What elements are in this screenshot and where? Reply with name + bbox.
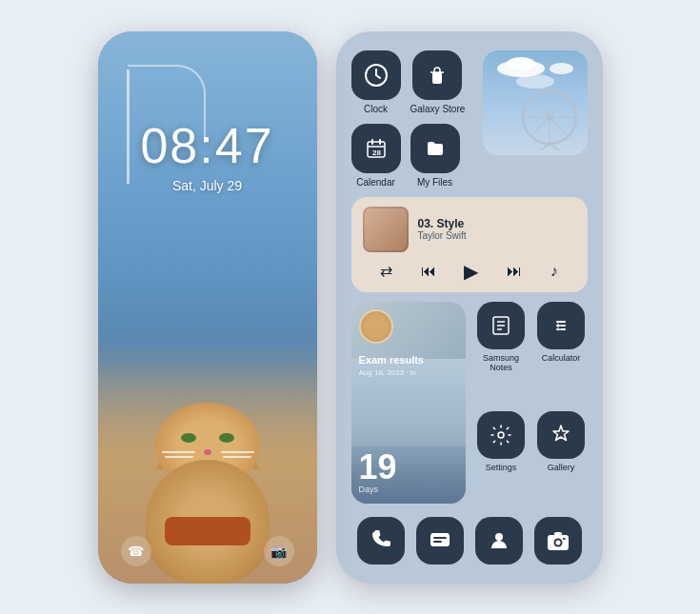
whisker-right-1 (221, 451, 254, 453)
music-controls: ⇄ ⏮ ▶ ⏭ ♪ (363, 260, 576, 283)
app-my-files[interactable]: My Files (410, 124, 460, 188)
next-button[interactable]: ⏭ (507, 263, 522, 280)
bottom-widgets: Exam results Aug 18, 2023 · in 19 Days (351, 302, 588, 504)
galaxy-store-label: Galaxy Store (410, 104, 466, 114)
second-app-row: 28 Calendar My Files (351, 124, 466, 188)
lockscreen-camera-icon[interactable]: 📷 (264, 536, 294, 566)
time-display: 08:47 Sat, July 29 (98, 117, 317, 193)
top-app-row: Clock Galaxy Store (351, 50, 466, 114)
app-settings[interactable]: Settings (475, 411, 528, 504)
svg-point-30 (495, 533, 503, 541)
calendar-label: Calendar (356, 177, 395, 188)
clock-date: Sat, July 29 (98, 178, 317, 193)
svg-rect-28 (433, 537, 447, 539)
lockscreen-bottom-icons: ☎ 📷 (98, 536, 317, 566)
side-apps-grid: Samsung Notes Calculator (475, 302, 588, 504)
right-phone: Clock Galaxy Store (336, 31, 603, 584)
music-widget: 03. Style Taylor Swift ⇄ ⏮ ▶ ⏭ ♪ (351, 197, 588, 292)
app-gallery[interactable]: Gallery (535, 411, 588, 504)
samsung-notes-label: Samsung Notes (475, 353, 528, 372)
app-calculator[interactable]: Calculator (535, 302, 588, 404)
dock-contacts[interactable] (475, 517, 523, 564)
lyrics-button[interactable]: ♪ (550, 263, 558, 280)
svg-point-26 (498, 432, 504, 438)
whisker-left-2 (165, 456, 193, 458)
sky-widget (483, 50, 588, 155)
exam-title: Exam results (359, 354, 424, 366)
my-files-label: My Files (417, 177, 452, 188)
bottom-dock (351, 517, 588, 564)
svg-rect-35 (563, 538, 566, 540)
music-info: 03. Style Taylor Swift (418, 217, 467, 241)
exam-date: Aug 18, 2023 · in (359, 368, 417, 377)
left-phone: 08:47 Sat, July 29 ☎ 📷 (98, 31, 317, 584)
svg-rect-34 (554, 532, 562, 536)
svg-rect-29 (433, 541, 442, 543)
app-samsung-notes[interactable]: Samsung Notes (475, 302, 528, 404)
svg-rect-27 (430, 533, 450, 546)
app-calendar[interactable]: 28 Calendar (351, 124, 401, 188)
artist-name: Taylor Swift (418, 230, 467, 241)
gallery-label: Gallery (548, 463, 575, 472)
cat-eye-left (181, 433, 196, 443)
settings-icon (477, 411, 525, 459)
svg-text:28: 28 (372, 149, 381, 157)
galaxy-store-icon (412, 50, 462, 100)
play-button[interactable]: ▶ (464, 260, 478, 283)
lockscreen-left-icon[interactable]: ☎ (121, 536, 151, 566)
calendar-icon: 28 (351, 124, 401, 173)
exam-widget: Exam results Aug 18, 2023 · in 19 Days (351, 302, 466, 504)
settings-label: Settings (486, 463, 517, 472)
app-galaxy-store[interactable]: Galaxy Store (410, 50, 466, 114)
cat-eye-right (219, 433, 234, 443)
app-clock[interactable]: Clock (351, 50, 401, 114)
svg-point-13 (546, 113, 553, 121)
clock-label: Clock (364, 104, 388, 114)
dock-camera[interactable] (534, 517, 582, 564)
clock-time: 08:47 (98, 117, 317, 174)
cat-nose (204, 449, 211, 455)
calculator-icon (537, 302, 585, 349)
whisker-right-2 (223, 456, 251, 458)
svg-point-33 (555, 540, 560, 545)
dock-messages[interactable] (416, 517, 464, 564)
prev-button[interactable]: ⏮ (421, 263, 436, 280)
clock-icon (351, 50, 401, 100)
dock-phone[interactable] (357, 517, 405, 564)
album-art (363, 207, 409, 252)
song-title: 03. Style (418, 217, 467, 230)
svg-line-2 (376, 75, 380, 78)
shuffle-button[interactable]: ⇄ (380, 262, 392, 280)
gallery-icon (537, 411, 585, 459)
my-files-icon (410, 124, 460, 173)
samsung-notes-icon (477, 302, 525, 349)
calculator-label: Calculator (542, 353, 581, 363)
exam-cat-thumbnail (359, 309, 393, 344)
exam-days-number: 19 (359, 450, 397, 485)
exam-countdown: 19 Days (359, 450, 397, 494)
whisker-left-1 (162, 451, 195, 453)
